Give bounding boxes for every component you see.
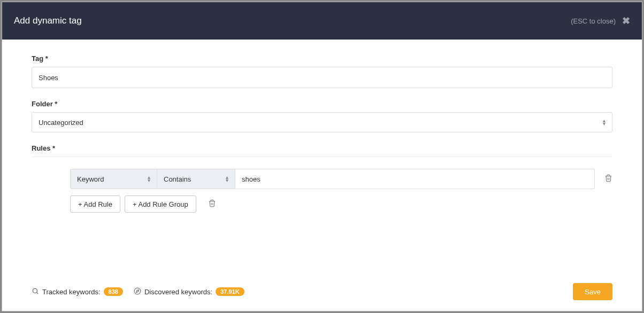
- esc-hint: (ESC to close): [571, 17, 616, 25]
- close-icon[interactable]: ✖: [622, 16, 630, 26]
- delete-rule-button[interactable]: [604, 174, 612, 185]
- modal-header: Add dynamic tag (ESC to close) ✖: [2, 2, 642, 40]
- rule-field-value: Keyword: [77, 175, 104, 183]
- tracked-label: Tracked keywords:: [42, 288, 101, 296]
- rule-field-select[interactable]: Keyword ▴▾: [70, 169, 157, 189]
- svg-point-0: [33, 288, 37, 293]
- save-button[interactable]: Save: [573, 283, 612, 300]
- discovered-count-badge: 37.91K: [216, 287, 244, 296]
- rule-row: Keyword ▴▾ Contains ▴▾: [70, 169, 612, 189]
- rule-value-input[interactable]: [235, 169, 595, 189]
- chevron-updown-icon: ▴▾: [226, 176, 228, 182]
- trash-icon: [208, 199, 216, 208]
- folder-select[interactable]: Uncategorized ▴▾: [32, 112, 612, 132]
- header-right: (ESC to close) ✖: [571, 16, 630, 26]
- discovered-label: Discovered keywords:: [144, 288, 212, 296]
- footer-stats: Tracked keywords: 838 Discovered keyword…: [32, 287, 244, 296]
- modal-body: Tag * Folder * Uncategorized ▴▾ Rules * …: [2, 40, 642, 311]
- modal-title: Add dynamic tag: [14, 15, 82, 26]
- modal-dialog: Add dynamic tag (ESC to close) ✖ Tag * F…: [2, 2, 642, 311]
- rules-divider: [32, 156, 612, 157]
- tag-label: Tag *: [32, 54, 612, 62]
- add-rule-group-button[interactable]: + Add Rule Group: [125, 195, 196, 213]
- delete-rule-group-button[interactable]: [208, 199, 216, 210]
- compass-icon: [134, 287, 141, 296]
- svg-line-1: [36, 292, 38, 294]
- chevron-updown-icon: ▴▾: [148, 176, 150, 182]
- rules-label: Rules *: [32, 144, 612, 152]
- tag-input[interactable]: [32, 67, 612, 88]
- folder-group: Folder * Uncategorized ▴▾: [32, 100, 612, 132]
- rules-group: Rules * Keyword ▴▾ Contains ▴▾: [32, 144, 612, 213]
- rule-operator-value: Contains: [164, 175, 191, 183]
- svg-point-2: [134, 288, 141, 294]
- tracked-count-badge: 838: [104, 287, 123, 296]
- add-rule-button[interactable]: + Add Rule: [70, 195, 120, 213]
- modal-footer: Tracked keywords: 838 Discovered keyword…: [32, 272, 612, 300]
- tag-group: Tag *: [32, 54, 612, 88]
- chevron-updown-icon: ▴▾: [603, 119, 605, 126]
- rule-operator-select[interactable]: Contains ▴▾: [157, 169, 235, 189]
- folder-value: Uncategorized: [39, 119, 83, 127]
- folder-label: Folder *: [32, 100, 612, 108]
- svg-marker-3: [136, 289, 139, 292]
- discovered-keywords-stat: Discovered keywords: 37.91K: [134, 287, 244, 296]
- tracked-keywords-stat: Tracked keywords: 838: [32, 287, 123, 296]
- rule-buttons: + Add Rule + Add Rule Group: [70, 195, 612, 213]
- trash-icon: [604, 174, 612, 183]
- search-icon: [32, 287, 39, 296]
